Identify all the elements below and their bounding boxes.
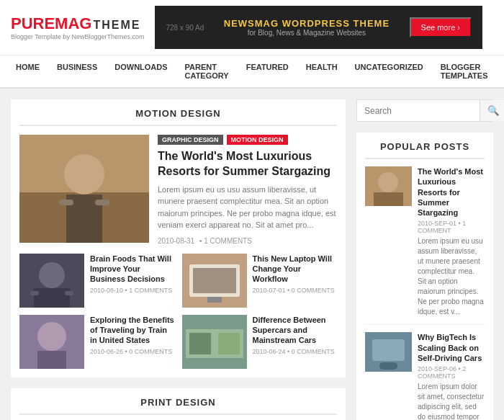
nav-item-health[interactable]: HEALTH [297, 55, 346, 87]
banner-cta-button[interactable]: See more › [410, 17, 472, 37]
grid-post-3-image [19, 315, 84, 369]
main-nav: HOME BUSINESS DOWNLOADS PARENT CATEGORY … [0, 55, 504, 89]
popular-image-2-svg [365, 332, 412, 372]
featured-post-content: GRAPHIC DESIGN MOTION DESIGN The World's… [158, 135, 337, 245]
nav-link-home[interactable]: HOME [7, 55, 48, 79]
nav-link-blogger[interactable]: BLOGGER TEMPLATES [432, 55, 497, 87]
grid-post-2-meta: 2010-07-01 • 0 COMMENTS [253, 287, 338, 294]
nav-link-parent[interactable]: PARENT CATEGORY [176, 55, 238, 87]
print-design-title: PRINT DESIGN [19, 397, 337, 415]
featured-post-image [19, 135, 149, 243]
svg-rect-10 [65, 291, 73, 295]
tag-motion-design: MOTION DESIGN [227, 135, 288, 145]
svg-point-7 [39, 262, 65, 288]
grid-image-3-svg [19, 315, 84, 369]
grid-posts: Brain Foods That Will Improve Your Busin… [19, 254, 337, 369]
search-box: 🔍 [356, 99, 493, 122]
grid-post-1-title[interactable]: Brain Foods That Will Improve Your Busin… [90, 254, 175, 285]
popular-post-1-title[interactable]: The World's Most Luxurious Resorts for S… [418, 166, 485, 218]
popular-post-2-meta: 2010-SEP-06 • 2 COMMENTS [418, 365, 485, 380]
featured-post-excerpt: Lorem ipsum eu us usu assum liberavisse,… [158, 184, 337, 231]
grid-post-4-content: Difference Between Supercars and Mainstr… [253, 315, 338, 369]
popular-post-2-excerpt: Lorem ipsum dolor sit amet, consectetur … [418, 382, 485, 420]
featured-post-title[interactable]: The World's Most Luxurious Resorts for S… [158, 149, 337, 179]
nav-item-home[interactable]: HOME [7, 55, 48, 87]
popular-posts-title: Popular Posts [365, 141, 485, 159]
svg-rect-20 [189, 333, 211, 354]
popular-post-1-content: The World's Most Luxurious Resorts for S… [418, 166, 485, 317]
banner-ad-label: 728 x 90 Ad [166, 24, 204, 32]
nav-item-parent[interactable]: PARENT CATEGORY [176, 55, 238, 87]
svg-rect-13 [193, 268, 236, 293]
nav-link-uncategorized[interactable]: UNCATEGORIZED [346, 55, 432, 79]
svg-rect-14 [207, 297, 222, 303]
svg-rect-31 [374, 192, 403, 206]
popular-image-1-svg [365, 166, 412, 206]
nav-item-featured[interactable]: FEATURED [238, 55, 297, 87]
nav-item-business[interactable]: BUSINESS [48, 55, 106, 87]
grid-post-3-title[interactable]: Exploring the Benefits of Traveling by T… [90, 315, 175, 346]
grid-post-2-title[interactable]: This New Laptop Will Change Your Workflo… [253, 254, 338, 285]
tag-row: GRAPHIC DESIGN MOTION DESIGN [158, 135, 337, 145]
content-area: MOTION DESIGN GRAPHIC DE [11, 99, 346, 420]
header: PUREMAG THEME Blogger Template by NewBlo… [0, 0, 504, 55]
logo-pure: PUREMAG [11, 14, 91, 33]
nav-item-downloads[interactable]: DOWNLOADS [106, 55, 176, 87]
nav-link-featured[interactable]: FEATURED [238, 55, 297, 79]
svg-rect-9 [30, 291, 39, 295]
banner-title-sub: for Blog, News & Magazine Websites [215, 29, 398, 37]
grid-post-3: Exploring the Benefits of Traveling by T… [19, 315, 175, 369]
search-icon: 🔍 [487, 105, 500, 116]
banner-title: NEWSMAG WORDPRESS THEME for Blog, News &… [215, 18, 398, 37]
popular-post-2: Why BigTech Is Scaling Back on Self-Driv… [365, 332, 485, 420]
svg-rect-34 [379, 362, 397, 370]
svg-rect-33 [372, 339, 405, 361]
grid-post-2-content: This New Laptop Will Change Your Workflo… [253, 254, 338, 308]
motion-design-section: MOTION DESIGN GRAPHIC DE [11, 99, 346, 377]
grid-post-4: Difference Between Supercars and Mainstr… [182, 315, 338, 369]
search-input[interactable] [357, 100, 480, 121]
search-button[interactable]: 🔍 [480, 100, 504, 121]
svg-rect-21 [218, 333, 240, 354]
grid-post-4-title[interactable]: Difference Between Supercars and Mainstr… [253, 315, 338, 346]
popular-post-1-meta: 2010-SEP-01 • 1 COMMENT [418, 220, 485, 234]
popular-post-2-image [365, 332, 412, 372]
grid-post-3-meta: 2010-06-26 • 0 COMMENTS [90, 348, 175, 355]
banner-title-main: NEWSMAG WORDPRESS THEME [215, 18, 398, 29]
grid-image-2-svg [182, 254, 247, 308]
motion-design-title: MOTION DESIGN [19, 108, 337, 126]
nav-item-blogger[interactable]: BLOGGER TEMPLATES [432, 55, 497, 87]
main-wrapper: MOTION DESIGN GRAPHIC DE [0, 89, 504, 420]
popular-post-1-excerpt: Lorem ipsum eu usu assum liberavisse, ut… [418, 236, 485, 317]
tag-graphic-design: GRAPHIC DESIGN [158, 135, 223, 145]
nav-link-business[interactable]: BUSINESS [48, 55, 106, 79]
popular-post-2-title[interactable]: Why BigTech Is Scaling Back on Self-Driv… [418, 332, 485, 363]
nav-item-uncategorized[interactable]: UNCATEGORIZED [346, 55, 432, 87]
grid-image-1-svg [19, 254, 84, 308]
nav-link-health[interactable]: HEALTH [297, 55, 346, 79]
svg-rect-8 [34, 288, 70, 308]
grid-post-1-image [19, 254, 84, 308]
grid-post-1: Brain Foods That Will Improve Your Busin… [19, 254, 175, 308]
svg-rect-17 [37, 351, 66, 369]
popular-posts-widget: Popular Posts The World's Most Luxurious… [356, 133, 493, 420]
grid-post-1-content: Brain Foods That Will Improve Your Busin… [90, 254, 175, 308]
popular-post-1-image [365, 166, 412, 206]
logo-sub: Blogger Template by NewBloggerThemes.com [11, 33, 144, 40]
featured-post: GRAPHIC DESIGN MOTION DESIGN The World's… [19, 135, 337, 245]
svg-rect-4 [59, 200, 73, 205]
svg-rect-5 [95, 200, 109, 205]
logo-theme: THEME [93, 19, 140, 32]
grid-post-4-meta: 2010-06-24 • 0 COMMENTS [253, 348, 338, 355]
featured-post-comments: 1 COMMENTS [204, 237, 252, 245]
nav-link-downloads[interactable]: DOWNLOADS [106, 55, 176, 79]
grid-post-2-image [182, 254, 247, 308]
svg-point-16 [37, 322, 66, 351]
grid-post-4-image [182, 315, 247, 369]
grid-post-2: This New Laptop Will Change Your Workflo… [182, 254, 338, 308]
grid-image-4-svg [182, 315, 247, 369]
sidebar: 🔍 Popular Posts The World's Most Luxurio… [356, 99, 493, 420]
svg-point-30 [378, 172, 398, 192]
featured-image-svg [19, 135, 149, 243]
svg-point-2 [64, 154, 104, 195]
